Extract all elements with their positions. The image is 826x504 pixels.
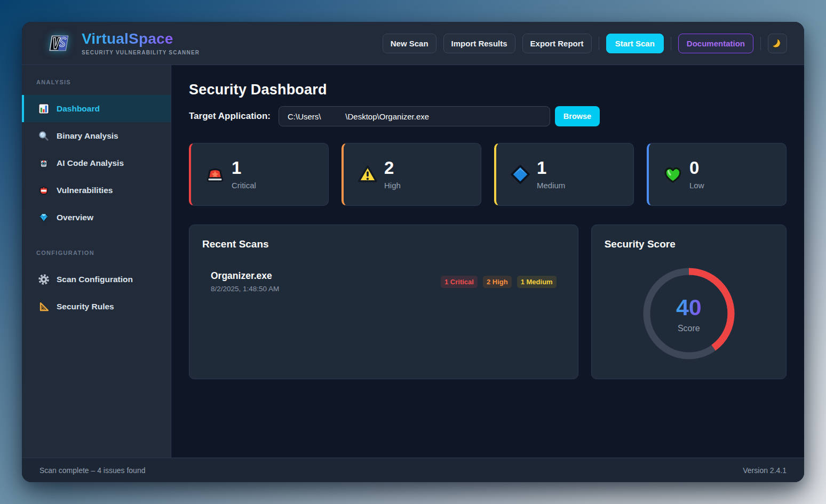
critical-badge: 1 Critical bbox=[441, 276, 478, 288]
security-score-value: 40 bbox=[676, 296, 702, 319]
sidebar-item-vulnerabilities[interactable]: Vulnerabilities bbox=[22, 177, 171, 204]
stat-card-medium: 1 Medium bbox=[494, 143, 634, 206]
stat-info: 0 Low bbox=[689, 159, 704, 190]
theme-toggle-button[interactable] bbox=[768, 34, 787, 53]
critical-label: Critical bbox=[232, 181, 256, 190]
gauge-center: 40 Score bbox=[641, 266, 736, 363]
status-bar: Scan complete – 4 issues found Version 2… bbox=[22, 458, 804, 482]
stat-info: 2 High bbox=[384, 159, 401, 190]
sidebar-item-label: Overview bbox=[57, 213, 93, 222]
app-header: VirtualSpace SECURITY VULNERABILITY SCAN… bbox=[22, 22, 804, 65]
gear-icon bbox=[38, 274, 50, 285]
high-count: 2 bbox=[384, 159, 401, 177]
sidebar-item-label: Binary Analysis bbox=[57, 131, 118, 141]
stat-card-low: 0 Low bbox=[647, 143, 787, 206]
target-application-input[interactable] bbox=[279, 106, 550, 126]
bottom-panels: Recent Scans Organizer.exe 8/2/2025, 1:4… bbox=[189, 225, 787, 379]
sidebar-item-binary-analysis[interactable]: Binary Analysis bbox=[22, 122, 171, 149]
blue-diamond-icon bbox=[509, 163, 532, 186]
brand-text: VirtualSpace SECURITY VULNERABILITY SCAN… bbox=[82, 31, 200, 56]
status-text: Scan complete – 4 issues found bbox=[39, 466, 145, 475]
sidebar-item-label: Vulnerabilities bbox=[57, 186, 113, 195]
scan-list-item[interactable]: Organizer.exe 8/2/2025, 1:48:50 AM 1 Cri… bbox=[202, 264, 565, 299]
high-badge: 2 High bbox=[483, 276, 512, 288]
app-window: VirtualSpace SECURITY VULNERABILITY SCAN… bbox=[22, 22, 804, 482]
brand: VirtualSpace SECURITY VULNERABILITY SCAN… bbox=[47, 31, 200, 56]
app-title: VirtualSpace bbox=[82, 31, 173, 47]
security-score-label: Score bbox=[678, 324, 700, 333]
start-scan-button[interactable]: Start Scan bbox=[606, 34, 664, 53]
export-report-button[interactable]: Export Report bbox=[522, 34, 592, 53]
header-separator bbox=[760, 37, 761, 50]
security-score-panel: Security Score 40 Score bbox=[591, 225, 787, 379]
security-score-title: Security Score bbox=[605, 238, 773, 250]
sidebar-item-scan-configuration[interactable]: Scan Configuration bbox=[22, 266, 171, 293]
sidebar-section-configuration: CONFIGURATION bbox=[22, 250, 171, 266]
stat-info: 1 Critical bbox=[232, 159, 256, 190]
scan-item-info: Organizer.exe 8/2/2025, 1:48:50 AM bbox=[211, 270, 279, 293]
app-subtitle: SECURITY VULNERABILITY SCANNER bbox=[82, 50, 200, 55]
sidebar-section-analysis: ANALYSIS bbox=[22, 79, 171, 95]
recent-scans-panel: Recent Scans Organizer.exe 8/2/2025, 1:4… bbox=[189, 225, 578, 379]
scan-badges: 1 Critical 2 High 1 Medium bbox=[441, 276, 557, 288]
siren-icon bbox=[203, 163, 227, 186]
medium-label: Medium bbox=[537, 181, 565, 190]
documentation-button[interactable]: Documentation bbox=[678, 34, 753, 53]
low-count: 0 bbox=[689, 159, 704, 177]
security-score-gauge: 40 Score bbox=[641, 266, 736, 363]
stat-info: 1 Medium bbox=[537, 159, 565, 190]
header-actions: New Scan Import Results Export Report St… bbox=[383, 34, 787, 53]
bar-chart-icon bbox=[38, 103, 50, 115]
warning-icon bbox=[356, 163, 379, 186]
low-label: Low bbox=[689, 181, 704, 190]
sidebar-item-security-rules[interactable]: Security Rules bbox=[22, 293, 171, 320]
stat-card-high: 2 High bbox=[341, 143, 481, 206]
scan-name: Organizer.exe bbox=[211, 270, 279, 282]
page-title: Security Dashboard bbox=[189, 82, 787, 98]
name-badge-icon bbox=[38, 185, 50, 196]
medium-badge: 1 Medium bbox=[517, 276, 557, 288]
robot-icon bbox=[38, 157, 50, 169]
browse-button[interactable]: Browse bbox=[555, 106, 600, 126]
version-text: Version 2.4.1 bbox=[743, 466, 787, 475]
header-separator bbox=[599, 37, 599, 50]
green-heart-icon bbox=[661, 163, 685, 186]
search-icon bbox=[38, 130, 50, 142]
sidebar-item-label: Scan Configuration bbox=[57, 275, 133, 284]
sidebar: ANALYSIS Dashboard Binary Analysis bbox=[22, 65, 171, 458]
sidebar-gap bbox=[22, 231, 171, 250]
target-application-row: Target Application: Browse bbox=[189, 106, 787, 126]
medium-count: 1 bbox=[537, 159, 565, 177]
moon-icon bbox=[772, 37, 783, 49]
virtualspace-logo-icon bbox=[47, 31, 70, 55]
main-content: Security Dashboard Target Application: B… bbox=[171, 65, 804, 458]
critical-count: 1 bbox=[232, 159, 256, 177]
triangular-ruler-icon bbox=[38, 301, 50, 313]
recent-scans-title: Recent Scans bbox=[202, 238, 565, 250]
sidebar-item-dashboard[interactable]: Dashboard bbox=[22, 95, 171, 122]
header-separator bbox=[671, 37, 671, 50]
scan-timestamp: 8/2/2025, 1:48:50 AM bbox=[211, 285, 279, 293]
sidebar-item-ai-code-analysis[interactable]: AI Code Analysis bbox=[22, 149, 171, 177]
stat-cards: 1 Critical 2 High bbox=[189, 143, 787, 206]
high-label: High bbox=[384, 181, 401, 190]
sidebar-item-label: Dashboard bbox=[57, 104, 100, 114]
stat-card-critical: 1 Critical bbox=[189, 143, 329, 206]
gem-icon bbox=[38, 212, 50, 223]
target-application-label: Target Application: bbox=[189, 111, 271, 122]
sidebar-item-label: Security Rules bbox=[57, 302, 114, 311]
import-results-button[interactable]: Import Results bbox=[443, 34, 515, 53]
new-scan-button[interactable]: New Scan bbox=[383, 34, 436, 53]
sidebar-item-overview[interactable]: Overview bbox=[22, 204, 171, 231]
sidebar-item-label: AI Code Analysis bbox=[57, 158, 124, 168]
